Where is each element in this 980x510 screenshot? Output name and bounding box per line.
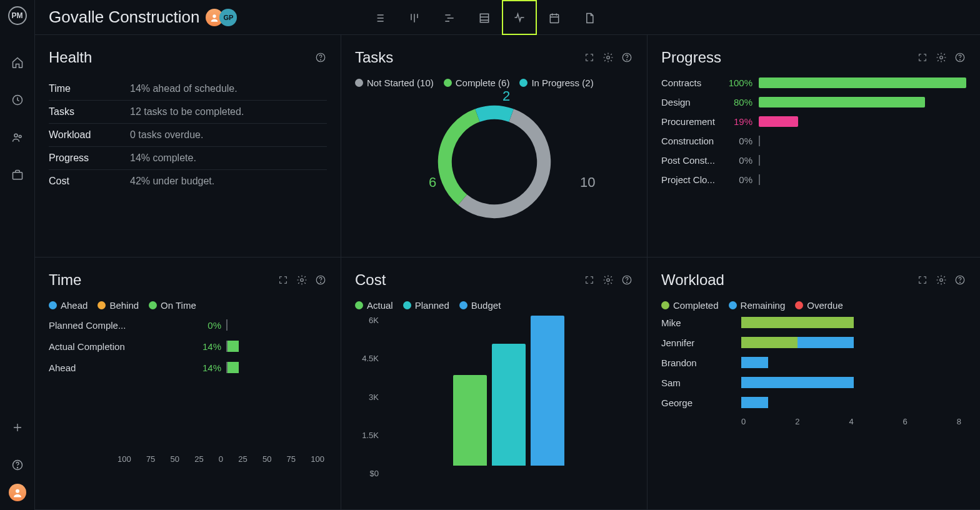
help-icon[interactable] bbox=[621, 51, 633, 64]
legend-dot bbox=[355, 301, 363, 309]
panel-title: Time bbox=[49, 271, 81, 289]
legend-dot bbox=[149, 301, 157, 309]
progress-pct: 19% bbox=[724, 116, 752, 127]
svg-rect-3 bbox=[12, 172, 22, 179]
svg-point-11 bbox=[321, 59, 321, 60]
legend-label: Not Started (10) bbox=[367, 78, 434, 88]
legend-label: Remaining bbox=[741, 300, 786, 311]
view-pulse-button[interactable] bbox=[502, 0, 537, 35]
time-bar bbox=[226, 341, 239, 352]
svg-point-2 bbox=[19, 135, 21, 138]
gear-icon[interactable] bbox=[935, 274, 948, 286]
workload-segment bbox=[741, 397, 768, 408]
gear-icon[interactable] bbox=[296, 274, 308, 286]
expand-icon[interactable] bbox=[583, 274, 596, 286]
panel-title: Health bbox=[49, 49, 92, 66]
cost-panel: Cost ActualPlannedBudget 6K4.5K3K1.5K$0 bbox=[341, 258, 648, 510]
workload-label: Brandon bbox=[661, 358, 741, 368]
workload-segment bbox=[741, 357, 768, 368]
help-icon[interactable] bbox=[954, 51, 966, 64]
y-axis-label: 3K bbox=[355, 392, 379, 402]
svg-point-26 bbox=[960, 282, 961, 282]
help-icon[interactable] bbox=[314, 274, 327, 286]
progress-bar bbox=[759, 174, 966, 185]
svg-point-12 bbox=[607, 56, 610, 59]
legend-dot bbox=[403, 301, 411, 309]
workload-label: Sam bbox=[661, 378, 741, 388]
tasks-donut-chart: 1062 bbox=[355, 93, 633, 231]
axis-tick: 75 bbox=[287, 454, 296, 464]
help-icon[interactable] bbox=[314, 51, 327, 64]
legend-dot bbox=[444, 79, 452, 87]
axis-tick: 6 bbox=[903, 417, 908, 426]
expand-icon[interactable] bbox=[916, 274, 929, 286]
team-icon[interactable] bbox=[10, 130, 25, 145]
portfolio-icon[interactable] bbox=[10, 168, 25, 182]
gear-icon[interactable] bbox=[602, 51, 614, 64]
workload-row: Brandon bbox=[661, 357, 966, 368]
expand-icon[interactable] bbox=[277, 274, 289, 286]
expand-icon[interactable] bbox=[916, 51, 929, 64]
health-value: 12 tasks to be completed. bbox=[130, 106, 244, 118]
svg-rect-9 bbox=[551, 14, 559, 22]
progress-label: Construction bbox=[661, 136, 724, 146]
brand-logo[interactable]: PM bbox=[8, 6, 27, 25]
progress-row: Design80% bbox=[661, 97, 966, 108]
expand-icon[interactable] bbox=[583, 51, 596, 64]
workload-segment bbox=[741, 377, 854, 388]
svg-point-15 bbox=[940, 56, 943, 59]
health-row: Tasks12 tasks to be completed. bbox=[49, 100, 327, 123]
gear-icon[interactable] bbox=[935, 51, 948, 64]
help-icon[interactable] bbox=[621, 274, 633, 286]
legend-item: Not Started (10) bbox=[355, 78, 434, 88]
view-file-button[interactable] bbox=[572, 0, 607, 35]
time-row: Actual Completion14% bbox=[49, 341, 327, 352]
progress-panel: Progress Contracts100%Design80%Procureme… bbox=[648, 35, 980, 258]
view-gantt-button[interactable] bbox=[432, 0, 467, 35]
home-icon[interactable] bbox=[10, 55, 25, 70]
legend-dot bbox=[661, 301, 669, 309]
progress-bar bbox=[759, 97, 966, 108]
project-title: Govalle Construction bbox=[49, 8, 199, 27]
gear-icon[interactable] bbox=[602, 274, 614, 286]
svg-point-23 bbox=[627, 282, 628, 282]
view-calendar-button[interactable] bbox=[537, 0, 572, 35]
cost-bar bbox=[531, 316, 564, 466]
workload-row: George bbox=[661, 397, 966, 408]
view-board-button[interactable] bbox=[397, 0, 432, 35]
health-panel: Health Time14% ahead of schedule.Tasks12… bbox=[35, 35, 341, 258]
view-sheet-button[interactable] bbox=[467, 0, 502, 35]
progress-pct: 0% bbox=[724, 174, 752, 185]
user-avatar[interactable] bbox=[9, 484, 26, 501]
workload-label: Jennifer bbox=[661, 338, 741, 348]
legend-item: On Time bbox=[149, 300, 196, 311]
legend-item: Planned bbox=[403, 300, 449, 311]
cost-bar bbox=[492, 344, 526, 466]
add-icon[interactable] bbox=[10, 420, 25, 435]
workload-segment bbox=[798, 337, 854, 348]
progress-label: Contracts bbox=[661, 78, 724, 88]
progress-bar bbox=[759, 78, 966, 88]
legend-label: On Time bbox=[161, 300, 196, 311]
member-avatar[interactable]: GP bbox=[219, 9, 237, 26]
workload-bar bbox=[741, 377, 966, 388]
recent-icon[interactable] bbox=[10, 92, 25, 108]
help-icon[interactable] bbox=[954, 274, 966, 286]
workload-panel: Workload CompletedRemainingOverdue MikeJ… bbox=[648, 258, 980, 510]
help-icon[interactable] bbox=[10, 458, 25, 472]
view-list-button[interactable] bbox=[362, 0, 397, 35]
legend-item: Behind bbox=[98, 300, 139, 311]
legend-dot bbox=[355, 79, 363, 87]
progress-pct: 80% bbox=[724, 97, 752, 108]
svg-point-6 bbox=[16, 489, 19, 493]
cost-bar bbox=[453, 375, 487, 466]
progress-bar-fill bbox=[759, 97, 925, 108]
time-row: Ahead14% bbox=[49, 362, 327, 373]
axis-tick: 50 bbox=[171, 454, 179, 464]
axis-tick: 8 bbox=[957, 417, 961, 426]
time-label: Actual Completion bbox=[49, 341, 192, 352]
project-members[interactable]: GP bbox=[209, 9, 237, 26]
svg-point-14 bbox=[627, 59, 628, 60]
progress-bar bbox=[759, 116, 966, 127]
health-value: 14% complete. bbox=[130, 152, 196, 164]
